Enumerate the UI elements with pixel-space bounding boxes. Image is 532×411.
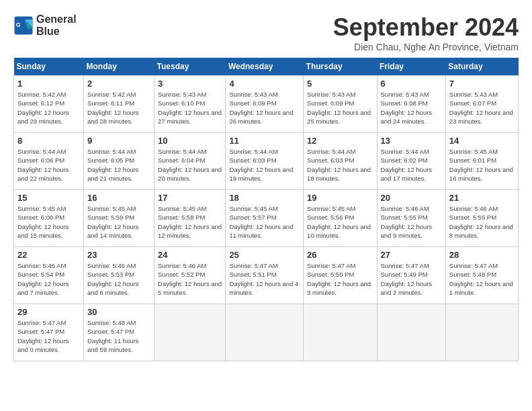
calendar-cell [226, 304, 304, 361]
day-number: 2 [87, 79, 150, 89]
day-number: 26 [307, 250, 373, 260]
header-friday: Friday [377, 58, 445, 76]
day-info: Sunrise: 5:42 AM Sunset: 6:11 PM Dayligh… [87, 90, 150, 126]
calendar-cell: 18 Sunrise: 5:45 AM Sunset: 5:57 PM Dayl… [226, 190, 304, 247]
sunrise-label: Sunrise: 5:46 AM [381, 205, 429, 212]
calendar-cell: 26 Sunrise: 5:47 AM Sunset: 5:50 PM Dayl… [304, 247, 377, 304]
day-number: 16 [87, 193, 150, 203]
daylight-label: Daylight: 12 hours and 8 minutes. [449, 223, 513, 239]
sunrise-label: Sunrise: 5:45 AM [449, 148, 498, 155]
daylight-label: Daylight: 12 hours and 20 minutes. [158, 166, 222, 182]
sunset-label: Sunset: 5:52 PM [158, 271, 205, 278]
daylight-label: Daylight: 12 hours and 1 minute. [449, 280, 513, 296]
day-info: Sunrise: 5:46 AM Sunset: 5:55 PM Dayligh… [381, 204, 442, 240]
sunset-label: Sunset: 5:53 PM [87, 271, 134, 278]
day-info: Sunrise: 5:46 AM Sunset: 5:53 PM Dayligh… [87, 261, 150, 297]
header-wednesday: Wednesday [226, 58, 304, 76]
calendar-cell [154, 304, 226, 361]
calendar-cell: 2 Sunrise: 5:42 AM Sunset: 6:11 PM Dayli… [84, 76, 154, 133]
header-monday: Monday [84, 58, 154, 76]
sunrise-label: Sunrise: 5:46 AM [158, 262, 206, 269]
day-info: Sunrise: 5:43 AM Sunset: 6:09 PM Dayligh… [307, 90, 373, 126]
day-info: Sunrise: 5:44 AM Sunset: 6:03 PM Dayligh… [229, 147, 300, 183]
sunrise-label: Sunrise: 5:43 AM [449, 91, 498, 98]
sunset-label: Sunset: 6:03 PM [307, 156, 354, 164]
sunset-label: Sunset: 5:54 PM [17, 271, 64, 278]
daylight-label: Daylight: 12 hours and 16 minutes. [449, 166, 513, 182]
sunset-label: Sunset: 6:10 PM [158, 99, 205, 107]
calendar-cell: 3 Sunrise: 5:43 AM Sunset: 6:10 PM Dayli… [154, 76, 226, 133]
calendar-cell: 24 Sunrise: 5:46 AM Sunset: 5:52 PM Dayl… [154, 247, 226, 304]
sunset-label: Sunset: 5:49 PM [381, 271, 428, 278]
day-number: 15 [17, 193, 80, 203]
sunrise-label: Sunrise: 5:48 AM [87, 319, 136, 326]
week-row-2: 8 Sunrise: 5:44 AM Sunset: 6:06 PM Dayli… [14, 133, 519, 190]
calendar-title: September 2024 [333, 13, 519, 42]
sunrise-label: Sunrise: 5:46 AM [87, 262, 136, 269]
header: G General Blue September 2024 Dien Chau,… [13, 13, 519, 52]
day-number: 24 [158, 250, 222, 260]
calendar-cell: 20 Sunrise: 5:46 AM Sunset: 5:55 PM Dayl… [377, 190, 445, 247]
sunset-label: Sunset: 6:09 PM [307, 99, 354, 107]
day-number: 12 [307, 136, 373, 146]
day-info: Sunrise: 5:43 AM Sunset: 6:07 PM Dayligh… [449, 90, 515, 126]
daylight-label: Daylight: 12 hours and 10 minutes. [307, 223, 371, 239]
day-number: 30 [87, 307, 150, 317]
daylight-label: Daylight: 12 hours and 15 minutes. [17, 223, 69, 239]
calendar-cell: 16 Sunrise: 5:45 AM Sunset: 5:59 PM Dayl… [84, 190, 154, 247]
day-number: 19 [307, 193, 373, 203]
calendar-cell: 30 Sunrise: 5:48 AM Sunset: 5:47 PM Dayl… [84, 304, 154, 361]
day-number: 8 [17, 136, 80, 146]
sunset-label: Sunset: 5:57 PM [229, 214, 276, 221]
sunrise-label: Sunrise: 5:44 AM [158, 148, 206, 155]
daylight-label: Daylight: 12 hours and 24 minutes. [381, 109, 433, 125]
daylight-label: Daylight: 12 hours and 12 minutes. [158, 223, 222, 239]
week-row-3: 15 Sunrise: 5:45 AM Sunset: 6:00 PM Dayl… [14, 190, 519, 247]
daylight-label: Daylight: 12 hours and 6 minutes. [87, 280, 139, 296]
calendar-cell: 27 Sunrise: 5:47 AM Sunset: 5:49 PM Dayl… [377, 247, 445, 304]
sunrise-label: Sunrise: 5:47 AM [449, 262, 498, 269]
daylight-label: Daylight: 12 hours and 14 minutes. [87, 223, 139, 239]
day-info: Sunrise: 5:45 AM Sunset: 6:01 PM Dayligh… [449, 147, 515, 183]
day-number: 13 [381, 136, 442, 146]
header-sunday: Sunday [14, 58, 84, 76]
calendar-cell: 5 Sunrise: 5:43 AM Sunset: 6:09 PM Dayli… [304, 76, 377, 133]
day-number: 27 [381, 250, 442, 260]
week-row-5: 29 Sunrise: 5:47 AM Sunset: 5:47 PM Dayl… [14, 304, 519, 361]
day-info: Sunrise: 5:46 AM Sunset: 5:52 PM Dayligh… [158, 261, 222, 297]
calendar-cell [304, 304, 377, 361]
sunrise-label: Sunrise: 5:42 AM [17, 91, 66, 98]
day-info: Sunrise: 5:44 AM Sunset: 6:02 PM Dayligh… [381, 147, 442, 183]
calendar-cell [445, 304, 518, 361]
day-info: Sunrise: 5:45 AM Sunset: 5:58 PM Dayligh… [158, 204, 222, 240]
day-number: 1 [17, 79, 80, 89]
day-info: Sunrise: 5:47 AM Sunset: 5:51 PM Dayligh… [229, 261, 300, 297]
daylight-label: Daylight: 12 hours and 19 minutes. [229, 166, 293, 182]
svg-text:G: G [16, 21, 21, 28]
daylight-label: Daylight: 12 hours and 26 minutes. [229, 109, 293, 125]
calendar-cell: 15 Sunrise: 5:45 AM Sunset: 6:00 PM Dayl… [14, 190, 84, 247]
header-row: Sunday Monday Tuesday Wednesday Thursday… [14, 58, 519, 76]
sunset-label: Sunset: 6:04 PM [158, 156, 205, 164]
day-number: 11 [229, 136, 300, 146]
daylight-label: Daylight: 12 hours and 27 minutes. [158, 109, 222, 125]
sunrise-label: Sunrise: 5:45 AM [229, 205, 277, 212]
sunrise-label: Sunrise: 5:47 AM [229, 262, 277, 269]
sunrise-label: Sunrise: 5:43 AM [158, 91, 206, 98]
calendar-table: Sunday Monday Tuesday Wednesday Thursday… [13, 58, 519, 361]
sunrise-label: Sunrise: 5:47 AM [307, 262, 355, 269]
day-number: 20 [381, 193, 442, 203]
daylight-label: Daylight: 12 hours and 0 minutes. [17, 337, 69, 353]
calendar-cell: 17 Sunrise: 5:45 AM Sunset: 5:58 PM Dayl… [154, 190, 226, 247]
day-number: 29 [17, 307, 80, 317]
calendar-cell: 4 Sunrise: 5:43 AM Sunset: 6:09 PM Dayli… [226, 76, 304, 133]
calendar-cell: 23 Sunrise: 5:46 AM Sunset: 5:53 PM Dayl… [84, 247, 154, 304]
day-info: Sunrise: 5:47 AM Sunset: 5:47 PM Dayligh… [17, 318, 80, 354]
calendar-cell: 12 Sunrise: 5:44 AM Sunset: 6:03 PM Dayl… [304, 133, 377, 190]
day-number: 4 [229, 79, 300, 89]
day-info: Sunrise: 5:44 AM Sunset: 6:04 PM Dayligh… [158, 147, 222, 183]
calendar-cell: 9 Sunrise: 5:44 AM Sunset: 6:05 PM Dayli… [84, 133, 154, 190]
day-number: 14 [449, 136, 515, 146]
week-row-1: 1 Sunrise: 5:42 AM Sunset: 6:12 PM Dayli… [14, 76, 519, 133]
day-number: 28 [449, 250, 515, 260]
